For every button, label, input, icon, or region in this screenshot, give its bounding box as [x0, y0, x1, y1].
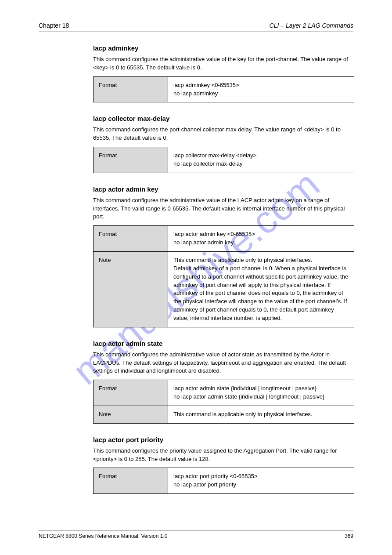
section-title: lacp actor admin state	[93, 340, 353, 347]
section-table: Format lacp actor port priority <0-65535…	[93, 468, 354, 494]
section-desc: This command configures the administrati…	[93, 351, 353, 376]
row-value: lacp actor port priority <0-65535> no la…	[168, 468, 354, 494]
section-lacp-actor-admin-key: lacp actor admin key This command config…	[39, 185, 353, 327]
section-desc: This command configures the administrati…	[93, 196, 353, 221]
table-row: Format lacp actor port priority <0-65535…	[94, 468, 354, 494]
table-row: Format lacp collector max-delay <delay> …	[94, 147, 354, 173]
footer-page-number: 369	[345, 533, 353, 539]
section-table: Format lacp actor admin key <0-65535> no…	[93, 225, 354, 327]
row-value: lacp adminkey <0-65535> no lacp adminkey	[168, 76, 354, 102]
section-table: Format lacp collector max-delay <delay> …	[93, 147, 354, 173]
section-desc: This command configures the administrati…	[93, 55, 353, 72]
row-value: lacp actor admin state {individual | lon…	[168, 380, 354, 406]
row-value: lacp actor admin key <0-65535> no lacp a…	[168, 226, 354, 252]
section-desc: This command configures the port-channel…	[93, 126, 353, 142]
row-value: This command is applicable only to physi…	[168, 406, 354, 423]
row-label: Format	[94, 380, 168, 406]
table-row: Format lacp actor admin state {individua…	[94, 380, 354, 406]
row-label: Note	[94, 406, 168, 423]
section-title: lacp adminkey	[93, 44, 353, 52]
section-desc: This command configures the priority val…	[93, 447, 353, 464]
section-title: lacp collector max-delay	[93, 115, 353, 122]
page-header: Chapter 18 CLI – Layer 2 LAG Commands	[39, 22, 353, 32]
section-lacp-actor-port-priority: lacp actor port priority This command co…	[39, 436, 353, 494]
row-value: lacp collector max-delay <delay> no lacp…	[168, 147, 354, 173]
section-lacp-adminkey: lacp adminkey This command configures th…	[39, 44, 353, 102]
section-table: Format lacp actor admin state {individua…	[93, 380, 354, 424]
page-footer: NETGEAR 8800 Series Reference Manual, Ve…	[39, 530, 353, 539]
section-lacp-collector-max-delay: lacp collector max-delay This command co…	[39, 115, 353, 173]
table-row: Format lacp actor admin key <0-65535> no…	[94, 226, 354, 252]
table-row: Note This command is applicable only to …	[94, 406, 354, 423]
section-title: lacp actor port priority	[93, 436, 353, 443]
row-label: Format	[94, 226, 168, 252]
table-row: Note This command is applicable only to …	[94, 251, 354, 327]
header-chapter: Chapter 18	[39, 22, 69, 29]
row-value: This command is applicable only to physi…	[168, 251, 354, 327]
footer-doc-title: NETGEAR 8800 Series Reference Manual, Ve…	[39, 533, 167, 539]
row-label: Format	[94, 147, 168, 173]
table-row: Format lacp adminkey <0-65535> no lacp a…	[94, 76, 354, 102]
section-title: lacp actor admin key	[93, 185, 353, 193]
page-container: Chapter 18 CLI – Layer 2 LAG Commands la…	[0, 0, 392, 519]
row-label: Format	[94, 76, 168, 102]
section-lacp-actor-admin-state: lacp actor admin state This command conf…	[39, 340, 353, 424]
row-label: Format	[94, 468, 168, 494]
row-label: Note	[94, 251, 168, 327]
header-title: CLI – Layer 2 LAG Commands	[270, 22, 353, 29]
section-table: Format lacp adminkey <0-65535> no lacp a…	[93, 76, 354, 103]
